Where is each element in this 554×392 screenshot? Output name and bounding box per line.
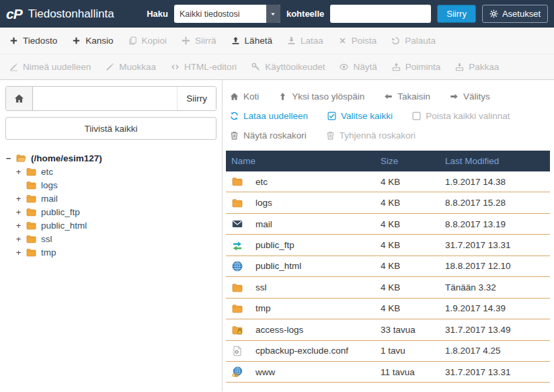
move-icon — [182, 36, 190, 45]
sidebar-home-button[interactable] — [6, 87, 33, 110]
mail-icon — [231, 219, 243, 229]
folder-icon — [26, 180, 37, 190]
tree-item-etc[interactable]: + etc — [15, 165, 216, 178]
tree-item-public-html[interactable]: + public_html — [15, 219, 216, 232]
globe-icon — [231, 261, 243, 272]
tree-root[interactable]: − (/home/esim127) — [5, 151, 216, 165]
nav-forward[interactable]: Välitys — [450, 91, 490, 102]
settings-button[interactable]: Asetukset — [482, 5, 548, 23]
table-row[interactable]: logs 4 KB 8.8.2017 15.28 — [226, 192, 550, 213]
tree-expand-toggle[interactable]: + — [15, 234, 22, 244]
file-table: Name Size Last Modified etc 4 KB 1.9.201… — [226, 151, 550, 383]
toolbar-label: Nimeä uudelleen — [23, 62, 91, 72]
toolbar-restore[interactable]: Palauta — [384, 28, 443, 54]
tree-item-tmp[interactable]: + tmp — [15, 245, 216, 259]
search-scope-select[interactable]: Kaikki tiedostosi — [174, 5, 280, 23]
tree-expand-toggle[interactable]: + — [15, 221, 22, 231]
folder-icon — [231, 176, 243, 187]
table-row[interactable]: tmp 4 KB 1.9.2017 14.39 — [226, 298, 550, 319]
caret-down-icon — [266, 5, 280, 23]
toolbar-label: Palauta — [405, 36, 436, 46]
toolbar-move[interactable]: Siirrä — [174, 28, 224, 54]
header-go-button[interactable]: Siirry — [437, 5, 476, 23]
tree-item-label: public_html — [41, 221, 87, 231]
tree-expand-toggle[interactable]: + — [15, 207, 22, 217]
toolbar-extract[interactable]: Poiminta — [385, 54, 448, 79]
toolbar-new-folder[interactable]: Kansio — [65, 28, 120, 54]
copy-icon — [128, 36, 137, 45]
nav-select-all[interactable]: Valitse kaikki — [327, 111, 393, 121]
tree-item-ssl[interactable]: + ssl — [15, 232, 216, 245]
toolbar-edit[interactable]: Muokkaa — [98, 54, 163, 79]
sidebar-go-button[interactable]: Siirry — [177, 87, 216, 110]
tree-expand-toggle[interactable]: + — [15, 247, 22, 258]
nav-label: Takaisin — [397, 91, 430, 102]
tree-expand-toggle[interactable]: + — [15, 194, 22, 204]
nav-unselect-all[interactable]: Poista kaikki valinnat — [412, 111, 510, 121]
row-name: public_ftp — [250, 235, 375, 256]
toolbar-label: Käyttöoikeudet — [265, 62, 325, 72]
nav-home[interactable]: Koti — [230, 91, 259, 102]
edit-icon — [106, 63, 114, 71]
filenav-row1: Koti Yksi taso ylöspäin Takaisin Välitys — [226, 87, 550, 106]
search-scope-label: Haku — [147, 9, 168, 19]
toolbar-download[interactable]: Lataa — [280, 28, 331, 54]
nav-label: Lataa uudelleen — [243, 111, 308, 121]
tree-item-logs[interactable]: logs — [15, 178, 216, 192]
header-search-input[interactable] — [330, 5, 431, 23]
arrow-right-icon — [450, 92, 459, 101]
nav-view-trash[interactable]: Näytä roskakori — [230, 130, 307, 141]
folder-icon — [26, 194, 37, 204]
table-row[interactable]: ssl 4 KB Tänään 3.32 — [226, 277, 550, 298]
row-name: tmp — [250, 298, 375, 319]
search-for-label: kohteelle — [286, 9, 324, 19]
folder-open-icon — [15, 153, 27, 163]
settings-label: Asetukset — [502, 9, 541, 19]
toolbar-rename[interactable]: Nimeä uudelleen — [2, 54, 98, 79]
toolbar-view[interactable]: Näytä — [332, 54, 384, 79]
toolbar-compress[interactable]: Pakkaa — [448, 54, 506, 79]
toolbar-label: Kansio — [85, 36, 113, 46]
col-header-size[interactable]: Size — [375, 151, 440, 171]
table-row[interactable]: access-logs 33 tavua 31.7.2017 13.49 — [226, 319, 550, 340]
table-row[interactable]: public_html 4 KB 18.8.2017 12.10 — [226, 256, 550, 276]
nav-back[interactable]: Takaisin — [384, 91, 430, 102]
nav-label: Koti — [243, 91, 259, 102]
table-row[interactable]: cpbackup-exclude.conf 1 tavu 1.8.2017 4.… — [226, 340, 550, 361]
nav-label: Valitse kaikki — [341, 111, 393, 121]
toolbar-delete[interactable]: Poista — [331, 28, 385, 54]
toolbar-copy[interactable]: Kopioi — [121, 28, 175, 54]
extract-icon — [392, 63, 401, 71]
home-icon — [14, 93, 24, 104]
toolbar-new-file[interactable]: Tiedosto — [2, 28, 65, 54]
toolbar-permissions[interactable]: Käyttöoikeudet — [244, 54, 332, 79]
search-scope-value: Kaikki tiedostosi — [174, 9, 266, 19]
page-title: Tiedostonhallinta — [28, 7, 114, 21]
tree-collapse-toggle[interactable]: − — [5, 153, 11, 163]
sidebar-path-input[interactable] — [33, 87, 177, 110]
table-row[interactable]: etc 4 KB 1.9.2017 14.38 — [226, 171, 550, 192]
nav-reload[interactable]: Lataa uudelleen — [230, 111, 308, 121]
toolbar-upload[interactable]: Lähetä — [224, 28, 280, 54]
col-header-modified[interactable]: Last Modified — [440, 151, 550, 171]
row-modified: 1.9.2017 14.38 — [440, 171, 550, 192]
tree-item-mail[interactable]: + mail — [15, 192, 216, 205]
toolbar-label: HTML-editori — [184, 62, 237, 72]
folder-icon — [231, 303, 243, 314]
toolbar-html-editor[interactable]: HTML-editori — [163, 54, 244, 79]
row-modified: 8.8.2017 15.28 — [440, 192, 550, 213]
collapse-all-button[interactable]: Tiivistä kaikki — [5, 117, 216, 140]
nav-empty-trash[interactable]: Tyhjennä roskakori — [326, 130, 416, 141]
table-row[interactable]: public_ftp 4 KB 31.7.2017 13.31 — [226, 235, 550, 256]
row-modified: 31.7.2017 13.31 — [440, 361, 550, 382]
table-row[interactable]: mail 4 KB 8.8.2017 13.19 — [226, 213, 550, 234]
tree-item-public-ftp[interactable]: + public_ftp — [15, 205, 216, 219]
transfer-icon — [231, 240, 243, 251]
col-header-name[interactable]: Name — [226, 151, 375, 171]
row-modified: 1.8.2017 4.25 — [440, 340, 550, 361]
nav-up-one-level[interactable]: Yksi taso ylöspäin — [278, 91, 364, 102]
folder-icon — [26, 207, 37, 217]
tree-expand-toggle[interactable]: + — [15, 167, 22, 177]
table-row[interactable]: www 11 tavua 31.7.2017 13.31 — [226, 361, 550, 382]
row-size: 11 tavua — [375, 361, 440, 382]
